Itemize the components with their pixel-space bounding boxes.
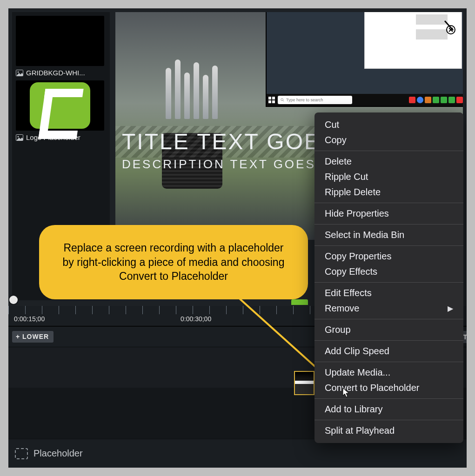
menu-item-copy-properties[interactable]: Copy Properties bbox=[314, 249, 463, 264]
chevron-right-icon: ▶ bbox=[448, 304, 453, 313]
mock-taskbar-search: Type here to search bbox=[278, 96, 352, 104]
menu-item-remove[interactable]: Remove▶ bbox=[314, 301, 463, 316]
menu-item-ripple-cut[interactable]: Ripple Cut bbox=[314, 169, 463, 185]
media-thumbnail bbox=[16, 80, 104, 131]
svg-line-9 bbox=[283, 100, 284, 101]
windows-start-icon bbox=[268, 97, 275, 103]
image-icon bbox=[16, 70, 23, 76]
menu-item-add-clip-speed[interactable]: Add Clip Speed bbox=[314, 344, 463, 359]
context-menu: CutCopyDeleteRipple CutRipple DeleteHide… bbox=[314, 112, 463, 443]
app-frame: GRIDBKGD-WHI... Logo Placeholder bbox=[8, 8, 467, 468]
menu-item-copy-effects[interactable]: Copy Effects bbox=[314, 264, 463, 279]
menu-item-copy[interactable]: Copy bbox=[314, 132, 463, 148]
image-icon bbox=[16, 134, 23, 141]
media-thumbnail bbox=[16, 16, 104, 66]
annotation-callout: Replace a screen recording with a placeh… bbox=[39, 225, 308, 299]
add-lower-button[interactable]: + LOWER bbox=[12, 331, 54, 343]
menu-item-cut[interactable]: Cut bbox=[314, 117, 463, 132]
mock-taskbar: Type here to search bbox=[267, 94, 463, 106]
time-mark: 0:00:30;00 bbox=[181, 315, 211, 323]
media-item-gridbkgd[interactable]: GRIDBKGD-WHI... bbox=[16, 16, 104, 77]
embedded-desktop-mock: Type here to search bbox=[266, 12, 463, 107]
menu-item-ripple-delete[interactable]: Ripple Delete bbox=[314, 185, 463, 200]
placeholder-icon bbox=[15, 448, 28, 459]
camtasia-logo-icon bbox=[30, 82, 90, 129]
placeholder-track-label: Placeholder bbox=[33, 448, 83, 459]
placeholder-track[interactable]: Placeholder bbox=[8, 439, 467, 468]
menu-item-delete[interactable]: Delete bbox=[314, 154, 463, 169]
svg-rect-4 bbox=[268, 97, 271, 99]
svg-point-3 bbox=[18, 136, 19, 137]
time-mark: 0:00:15;00 bbox=[14, 315, 45, 323]
menu-item-split-at-playhead[interactable]: Split at Playhead bbox=[314, 423, 463, 438]
timeline-clip[interactable] bbox=[294, 371, 314, 395]
mock-tray-icons bbox=[409, 97, 463, 103]
playhead-marker[interactable] bbox=[291, 299, 308, 305]
menu-item-convert-to-placeholder[interactable]: Convert to Placeholder bbox=[314, 380, 463, 396]
menu-item-group[interactable]: Group bbox=[314, 322, 463, 337]
menu-item-edit-effects[interactable]: Edit Effects bbox=[314, 285, 463, 301]
close-icon[interactable] bbox=[443, 20, 457, 34]
media-item-logo[interactable]: Logo Placeholder bbox=[16, 80, 104, 141]
menu-item-update-media[interactable]: Update Media... bbox=[314, 365, 463, 380]
media-item-label: GRIDBKGD-WHI... bbox=[26, 69, 85, 77]
mock-search-placeholder: Type here to search bbox=[286, 98, 323, 102]
callout-text: Replace a screen recording with a placeh… bbox=[57, 241, 290, 283]
svg-point-8 bbox=[281, 99, 283, 101]
menu-item-select-in-media-bin[interactable]: Select in Media Bin bbox=[314, 227, 463, 243]
svg-point-1 bbox=[18, 71, 19, 73]
svg-rect-6 bbox=[268, 100, 271, 103]
svg-rect-5 bbox=[272, 97, 275, 99]
zoom-slider-knob[interactable] bbox=[9, 296, 18, 304]
menu-item-add-to-library[interactable]: Add to Library bbox=[314, 402, 463, 417]
menu-item-hide-properties[interactable]: Hide Properties bbox=[314, 206, 463, 221]
svg-rect-7 bbox=[272, 100, 275, 103]
